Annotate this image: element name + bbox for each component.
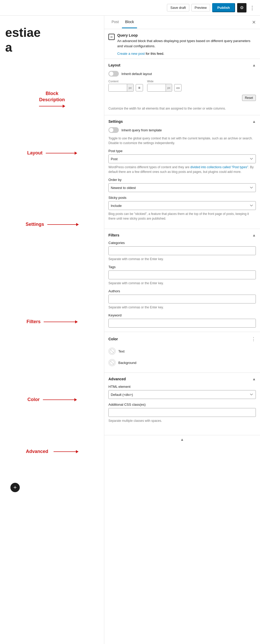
block-description: An advanced block that allows displaying… [117, 38, 256, 49]
publish-button[interactable]: Publish [212, 3, 235, 12]
authors-hint: Separate with commas or the Enter key. [108, 305, 256, 310]
text-color-circle-icon [109, 349, 115, 354]
post-type-hint: WordPress contains different types of co… [108, 165, 256, 174]
authors-input[interactable] [108, 295, 256, 303]
advanced-section-header[interactable]: Advanced ▲ [108, 377, 256, 381]
layout-annotation: Layout [5, 127, 99, 179]
settings-button[interactable]: ⚙ [237, 3, 246, 12]
block-description-annotation: BlockDescription [5, 70, 99, 127]
inherit-query-toggle-row: Inherit query from template [108, 127, 256, 133]
css-classes-hint: Separate multiple classes with spaces. [108, 418, 256, 423]
filters-annotation: Filters [5, 270, 99, 374]
categories-input[interactable] [108, 246, 256, 255]
css-classes-field: Additional CSS class(es) Separate multip… [108, 403, 256, 423]
text-color-swatch [108, 348, 116, 355]
annotation-arrow-color [43, 399, 77, 400]
advanced-chevron-icon: ▲ [252, 377, 256, 381]
layout-reset-button[interactable]: Reset [242, 95, 256, 101]
background-color-item[interactable]: Background [108, 357, 256, 368]
tags-hint: Separate with commas or the Enter key. [108, 281, 256, 286]
filters-section-header[interactable]: Filters ▲ [108, 233, 256, 237]
annotation-arrow-settings [47, 224, 79, 225]
add-block-button[interactable]: + [10, 483, 20, 492]
filters-section-title: Filters [108, 233, 119, 237]
advanced-section-title: Advanced [108, 377, 126, 381]
block-create-post-link: Create a new post for this feed. [117, 52, 256, 56]
toolbar: Save draft Preview Publish ⚙ ⋮ [0, 0, 260, 16]
more-options-button[interactable]: ⋮ [249, 4, 256, 12]
settings-section: Settings ▲ Inherit query from template T… [104, 115, 260, 229]
query-loop-icon: ∞ [108, 34, 115, 40]
add-block-area: + [5, 478, 99, 497]
tags-input[interactable] [108, 270, 256, 279]
layout-hint: Customize the width for all elements tha… [108, 106, 256, 111]
settings-section-header[interactable]: Settings ▲ [108, 119, 256, 124]
editor-canvas: estiae a BlockDescription Layout Setting… [0, 16, 104, 644]
save-draft-button[interactable]: Save draft [167, 4, 189, 11]
html-element-label: HTML element [108, 385, 256, 389]
wide-width-field: Wide px ▭ [147, 80, 182, 92]
block-title: Query Loop [117, 33, 256, 37]
annotation-label-color: Color [28, 397, 40, 402]
sticky-posts-select[interactable]: Include Exclude Only [108, 201, 256, 210]
content-width-field: Content px ≡ [108, 80, 143, 92]
tags-label: Tags [108, 265, 256, 269]
settings-section-title: Settings [108, 119, 123, 124]
panel-close-button[interactable]: ✕ [252, 19, 256, 25]
background-color-swatch [108, 359, 116, 366]
inherit-layout-toggle-row: Inherit default layout [108, 71, 256, 77]
tab-post[interactable]: Post [108, 16, 122, 28]
panel-body: ∞ Query Loop An advanced block that allo… [104, 29, 260, 435]
layout-section-header[interactable]: Layout ▲ [108, 63, 256, 67]
content-width-unit: px [127, 84, 133, 91]
categories-field: Categories Separate with commas or the E… [108, 241, 256, 261]
content-width-input[interactable] [109, 84, 127, 91]
layout-width-row: Content px ≡ Wide [108, 80, 256, 92]
inherit-layout-toggle[interactable] [108, 71, 119, 77]
text-color-label: Text [118, 349, 125, 353]
content-width-mode-button[interactable]: ≡ [136, 84, 143, 91]
wide-width-mode-button[interactable]: ▭ [174, 84, 181, 91]
content-width-input-group: px [108, 84, 134, 92]
authors-label: Authors [108, 289, 256, 293]
wide-width-input-group: px [147, 84, 172, 92]
html-element-select[interactable]: Default (<div>) <section> <article> <asi… [108, 390, 256, 399]
settings-description: Toggle to use the global query context t… [108, 136, 256, 145]
create-post-link[interactable]: Create a new post [117, 52, 145, 56]
order-by-label: Order by [108, 178, 256, 182]
html-element-field: HTML element Default (<div>) <section> <… [108, 385, 256, 399]
scroll-up-button[interactable]: ▲ [180, 437, 184, 442]
order-by-select[interactable]: Newest to oldest Oldest to newest Alphab… [108, 183, 256, 192]
post-type-select[interactable]: Post Page Media [108, 154, 256, 163]
color-section: Color ⋮ Text [104, 332, 260, 372]
annotation-label-advanced: Advanced [26, 449, 48, 454]
annotation-arrow-layout [46, 153, 77, 153]
order-by-field: Order by Newest to oldest Oldest to newe… [108, 178, 256, 192]
close-icon: ✕ [252, 19, 256, 25]
annotation-arrow-filters [44, 322, 77, 322]
advanced-annotation: Advanced [5, 426, 99, 478]
preview-button[interactable]: Preview [191, 4, 210, 11]
block-info: Query Loop An advanced block that allows… [117, 33, 256, 56]
css-classes-input[interactable] [108, 408, 256, 417]
color-options-button[interactable]: ⋮ [251, 336, 256, 342]
gear-icon: ⚙ [240, 5, 244, 10]
content-width-mode-icon: ≡ [138, 86, 140, 90]
inherit-query-toggle[interactable] [108, 127, 119, 133]
post-types-link[interactable]: divided into collections called "Post ty… [190, 165, 248, 169]
annotation-label-layout: Layout [27, 150, 42, 156]
wide-width-label: Wide [147, 80, 182, 83]
filters-section: Filters ▲ Categories Separate with comma… [104, 229, 260, 332]
post-type-field: Post type Post Page Media WordPress cont… [108, 149, 256, 174]
content-width-label: Content [108, 80, 143, 83]
sticky-posts-field: Sticky posts Include Exclude Only Blog p… [108, 196, 256, 221]
sticky-posts-hint: Blog posts can be "stickied", a feature … [108, 212, 256, 221]
block-header: ∞ Query Loop An advanced block that allo… [108, 33, 256, 56]
tab-block[interactable]: Block [122, 16, 137, 28]
text-color-item[interactable]: Text [108, 345, 256, 357]
wide-width-input[interactable] [147, 84, 166, 91]
inherit-layout-label: Inherit default layout [121, 72, 152, 76]
keyword-input[interactable] [108, 319, 256, 328]
annotation-arrow-advanced [54, 451, 78, 452]
annotation-label-filters: Filters [27, 319, 41, 324]
